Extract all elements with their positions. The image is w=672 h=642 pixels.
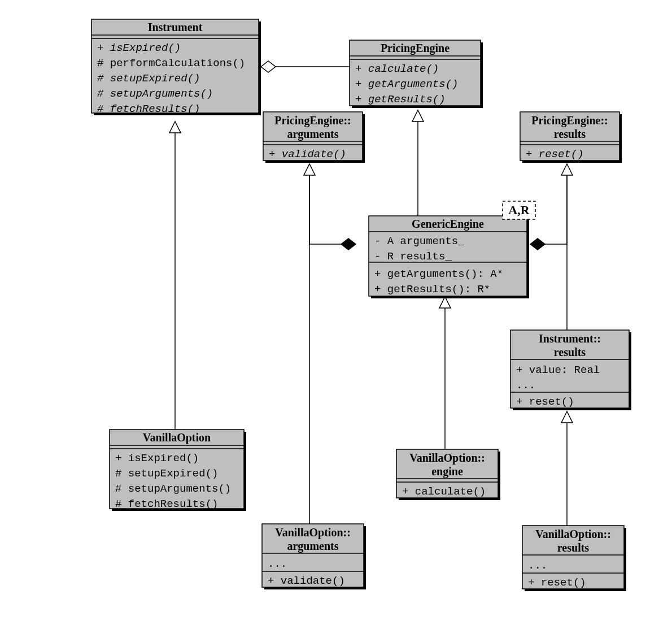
svg-text:# setupArguments(): # setupArguments() (97, 88, 213, 100)
svg-text:# setupExpired(): # setupExpired() (115, 467, 218, 480)
svg-text:Instrument::: Instrument:: (539, 332, 601, 345)
svg-text:VanillaOption: VanillaOption (143, 431, 211, 444)
svg-text:- A arguments_: - A arguments_ (374, 235, 465, 248)
svg-marker-14 (341, 238, 356, 250)
svg-text:arguments: arguments (287, 128, 338, 141)
svg-text:+ validate(): + validate() (269, 148, 346, 160)
svg-text:results: results (557, 541, 590, 554)
svg-text:results: results (554, 346, 586, 358)
svg-text:+ calculate(): + calculate() (355, 63, 439, 75)
class-name: Instrument (148, 21, 203, 33)
svg-text:+ reset(): + reset() (528, 576, 586, 589)
svg-text:...: ... (528, 559, 547, 572)
class-instrument-results: Instrument:: results + value: Real ... +… (510, 330, 631, 410)
svg-text:+ isExpired(): + isExpired() (115, 452, 199, 465)
svg-text:VanillaOption::: VanillaOption:: (535, 528, 611, 541)
svg-text:+ reset(): + reset() (516, 396, 574, 408)
svg-text:+ isExpired(): + isExpired() (97, 42, 181, 54)
svg-text:PricingEngine: PricingEngine (381, 42, 450, 55)
class-pe-results: PricingEngine:: results + reset() (520, 112, 622, 163)
svg-text:+ getResults(): + getResults() (355, 93, 446, 106)
svg-text:+ validate(): + validate() (268, 575, 345, 587)
svg-text:+ reset(): + reset() (526, 148, 584, 160)
class-vo-arguments: VanillaOption:: arguments ... + validate… (262, 524, 366, 589)
svg-text:+ calculate(): + calculate() (402, 485, 486, 498)
class-vo-results: VanillaOption:: results ... + reset() (522, 526, 626, 591)
svg-text:# setupArguments(): # setupArguments() (115, 483, 231, 495)
svg-text:- R results_: - R results_ (374, 250, 452, 263)
class-generic-engine: GenericEngine - A arguments_ - R results… (369, 201, 535, 298)
template-params: A,R (508, 203, 530, 217)
svg-text:PricingEngine::: PricingEngine:: (274, 114, 351, 127)
svg-text:engine: engine (431, 465, 463, 478)
svg-text:+ getArguments(): A*: + getArguments(): A* (374, 268, 503, 280)
class-pe-arguments: PricingEngine:: arguments + validate() (263, 112, 365, 163)
svg-text:GenericEngine: GenericEngine (412, 218, 484, 231)
svg-marker-15 (530, 238, 545, 250)
svg-text:...: ... (516, 379, 535, 392)
svg-text:# setupExpired(): # setupExpired() (97, 72, 200, 85)
svg-marker-5 (412, 110, 424, 122)
svg-text:results: results (554, 128, 586, 140)
svg-marker-7 (304, 164, 315, 175)
svg-text:# fetchResults(): # fetchResults() (97, 103, 200, 115)
class-vanilla-option: VanillaOption + isExpired() # setupExpir… (110, 430, 246, 511)
svg-marker-3 (169, 122, 181, 133)
class-vo-engine: VanillaOption:: engine + calculate() (396, 449, 500, 500)
svg-text:+ value:  Real: + value: Real (516, 364, 600, 376)
class-pricing-engine: PricingEngine + calculate() + getArgumen… (350, 40, 483, 108)
svg-text:+ getResults(): R*: + getResults(): R* (374, 283, 490, 296)
svg-text:# fetchResults(): # fetchResults() (115, 498, 218, 510)
svg-text:...: ... (268, 558, 287, 570)
svg-marker-1 (261, 61, 276, 72)
svg-marker-11 (561, 411, 573, 423)
svg-marker-9 (561, 164, 573, 175)
svg-text:VanillaOption::: VanillaOption:: (275, 526, 351, 539)
svg-text:VanillaOption::: VanillaOption:: (409, 452, 485, 465)
svg-text:PricingEngine::: PricingEngine:: (531, 114, 608, 127)
svg-text:# performCalculations(): # performCalculations() (97, 57, 245, 70)
svg-text:arguments: arguments (287, 540, 338, 553)
svg-text:+ getArguments(): + getArguments() (355, 78, 458, 90)
uml-class-diagram: Instrument + isExpired() # performCalcul… (0, 0, 672, 642)
class-instrument: Instrument + isExpired() # performCalcul… (91, 19, 261, 115)
